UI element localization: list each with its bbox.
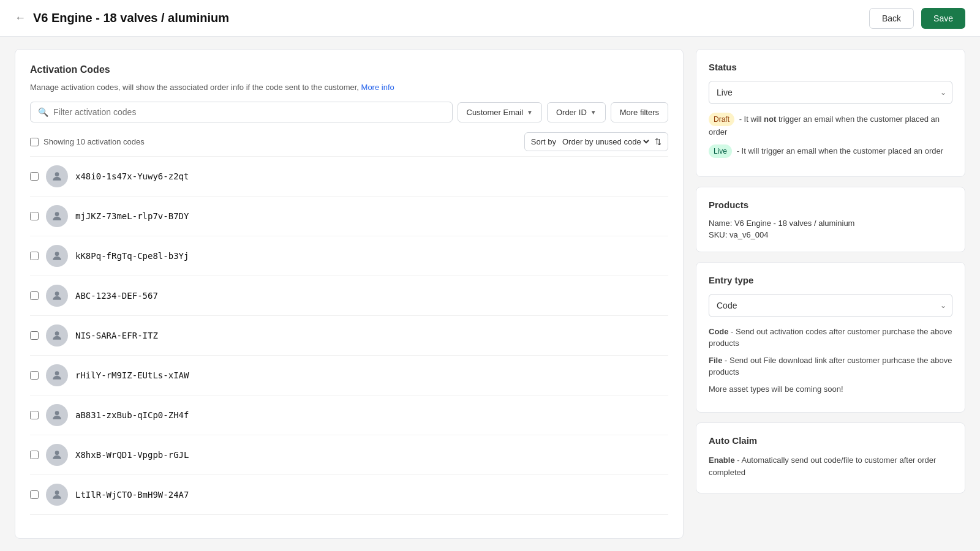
- avatar: [46, 444, 68, 466]
- sort-icon: ⇅: [655, 137, 662, 146]
- file-entry-desc: File - Send out File download link after…: [709, 354, 952, 378]
- back-arrow-button[interactable]: ←: [15, 12, 26, 24]
- sort-select[interactable]: Order by unused code: [560, 137, 651, 147]
- code-text: mjJKZ-73meL-rlp7v-B7DY: [75, 211, 189, 221]
- filters-row: 🔍 Customer Email ▼ Order ID ▼ More filte…: [30, 102, 668, 122]
- avatar: [46, 324, 68, 347]
- right-panel: Status Live Draft ⌄ Draft - It will not …: [696, 49, 965, 539]
- table-row: LtIlR-WjCTO-BmH9W-24A7: [30, 475, 668, 515]
- section-title: Activation Codes: [30, 64, 668, 75]
- code-text: kK8Pq-fRgTq-Cpe8l-b3Yj: [75, 251, 189, 261]
- row-checkbox[interactable]: [30, 371, 39, 380]
- left-panel: Activation Codes Manage activation codes…: [15, 49, 684, 539]
- entry-select-wrap: Code File ⌄: [709, 294, 952, 317]
- code-list: x48i0-1s47x-Yuwy6-z2qt mjJKZ-73meL-rlp7v…: [30, 156, 668, 515]
- search-input[interactable]: [53, 102, 445, 122]
- svg-point-1: [55, 212, 59, 216]
- table-row: ABC-1234-DEF-567: [30, 276, 668, 316]
- svg-point-2: [55, 252, 59, 256]
- auto-claim-card: Auto Claim Enable - Automatically send o…: [696, 422, 965, 493]
- code-text: X8hxB-WrQD1-Vpgpb-rGJL: [75, 450, 189, 460]
- code-text: LtIlR-WjCTO-BmH9W-24A7: [75, 490, 189, 500]
- row-checkbox[interactable]: [30, 451, 39, 459]
- svg-point-0: [55, 172, 59, 176]
- auto-claim-desc: Enable - Automatically send out code/fil…: [709, 454, 952, 478]
- save-button[interactable]: Save: [921, 8, 965, 29]
- status-card: Status Live Draft ⌄ Draft - It will not …: [696, 49, 965, 177]
- table-row: rHilY-rM9IZ-EUtLs-xIAW: [30, 356, 668, 395]
- svg-point-3: [55, 291, 59, 296]
- svg-point-8: [55, 490, 59, 495]
- more-info-link[interactable]: More info: [361, 83, 394, 92]
- table-row: x48i0-1s47x-Yuwy6-z2qt: [30, 157, 668, 197]
- section-desc: Manage activation codes, will show the a…: [30, 83, 668, 92]
- row-checkbox[interactable]: [30, 172, 39, 181]
- order-id-filter[interactable]: Order ID ▼: [547, 102, 606, 122]
- svg-point-4: [55, 331, 59, 335]
- live-status-note: Live - It will trigger an email when the…: [709, 144, 952, 158]
- entry-type-card: Entry type Code File ⌄ Code - Send out a…: [696, 262, 965, 413]
- code-text: ABC-1234-DEF-567: [75, 291, 158, 301]
- draft-status-note: Draft - It will not trigger an email whe…: [709, 113, 952, 138]
- table-row: kK8Pq-fRgTq-Cpe8l-b3Yj: [30, 236, 668, 276]
- products-name: Name: V6 Engine - 18 valves / aluminium: [709, 219, 952, 228]
- live-badge: Live: [709, 144, 732, 158]
- row-checkbox[interactable]: [30, 291, 39, 300]
- code-text: aB831-zxBub-qICp0-ZH4f: [75, 410, 189, 420]
- svg-point-5: [55, 371, 59, 375]
- top-bar: ← V6 Engine - 18 valves / aluminium Back…: [0, 0, 980, 37]
- table-row: X8hxB-WrQD1-Vpgpb-rGJL: [30, 435, 668, 475]
- search-input-wrap: 🔍: [30, 102, 453, 122]
- auto-claim-card-title: Auto Claim: [709, 435, 952, 446]
- avatar: [46, 165, 68, 187]
- products-sku: SKU: va_v6_004: [709, 230, 952, 239]
- back-button[interactable]: Back: [869, 8, 914, 29]
- products-card-title: Products: [709, 200, 952, 210]
- customer-email-filter[interactable]: Customer Email ▼: [458, 102, 542, 122]
- svg-point-6: [55, 411, 59, 415]
- entry-type-card-title: Entry type: [709, 275, 952, 285]
- showing-label: Showing 10 activation codes: [43, 137, 145, 146]
- row-checkbox[interactable]: [30, 490, 39, 499]
- page-title: V6 Engine - 18 valves / aluminium: [33, 11, 229, 25]
- avatar: [46, 484, 68, 506]
- avatar: [46, 364, 68, 386]
- avatar: [46, 404, 68, 426]
- table-row: mjJKZ-73meL-rlp7v-B7DY: [30, 197, 668, 236]
- table-row: aB831-zxBub-qICp0-ZH4f: [30, 395, 668, 435]
- code-entry-desc: Code - Send out activation codes after c…: [709, 326, 952, 350]
- search-icon: 🔍: [38, 107, 48, 117]
- avatar: [46, 245, 68, 267]
- draft-badge: Draft: [709, 113, 734, 126]
- top-bar-right: Back Save: [869, 8, 965, 29]
- code-text: NIS-SARA-EFR-ITZ: [75, 331, 158, 340]
- row-checkbox[interactable]: [30, 212, 39, 220]
- avatar: [46, 285, 68, 307]
- table-row: NIS-SARA-EFR-ITZ: [30, 316, 668, 356]
- main-layout: Activation Codes Manage activation codes…: [0, 37, 980, 551]
- svg-point-7: [55, 451, 59, 455]
- status-select[interactable]: Live Draft: [709, 81, 952, 104]
- sort-select-wrap[interactable]: Sort by Order by unused code ⇅: [524, 132, 668, 151]
- row-checkbox[interactable]: [30, 252, 39, 260]
- list-meta: Showing 10 activation codes: [30, 137, 145, 146]
- coming-soon-note: More asset types will be coming soon!: [709, 383, 952, 395]
- row-checkbox[interactable]: [30, 411, 39, 419]
- sort-label: Sort by: [531, 137, 556, 146]
- select-all-checkbox[interactable]: [30, 138, 39, 146]
- chevron-down-icon: ▼: [527, 109, 533, 116]
- avatar: [46, 205, 68, 227]
- status-select-wrap: Live Draft ⌄: [709, 81, 952, 104]
- entry-type-select[interactable]: Code File: [709, 294, 952, 317]
- more-filters-button[interactable]: More filters: [611, 102, 668, 122]
- list-meta-row: Showing 10 activation codes Sort by Orde…: [30, 132, 668, 151]
- products-card: Products Name: V6 Engine - 18 valves / a…: [696, 187, 965, 252]
- code-text: x48i0-1s47x-Yuwy6-z2qt: [75, 171, 189, 181]
- status-card-title: Status: [709, 62, 952, 72]
- top-bar-left: ← V6 Engine - 18 valves / aluminium: [15, 11, 229, 25]
- chevron-down-icon: ▼: [590, 109, 597, 116]
- code-text: rHilY-rM9IZ-EUtLs-xIAW: [75, 370, 189, 380]
- row-checkbox[interactable]: [30, 331, 39, 340]
